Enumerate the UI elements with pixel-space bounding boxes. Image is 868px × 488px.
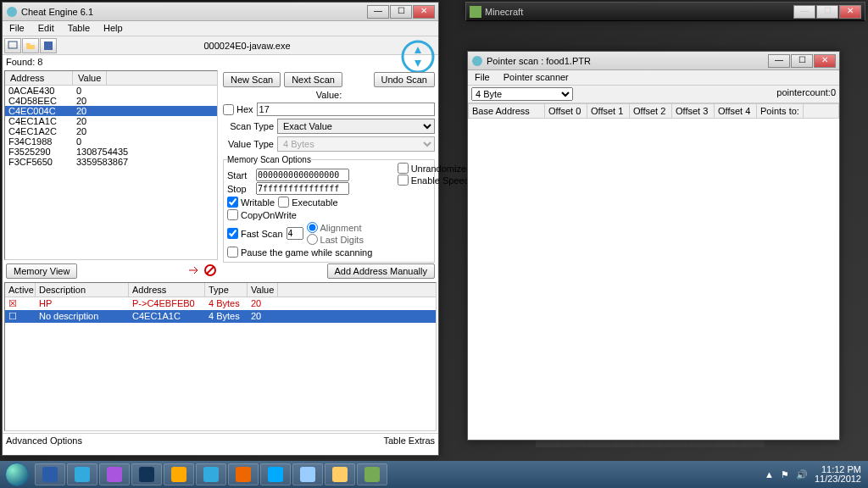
maximize-button[interactable]: ☐ [791,54,813,68]
start-address-input[interactable] [256,169,349,181]
taskbar-app-minecraft[interactable] [357,463,387,485]
svg-rect-18 [364,467,380,482]
minecraft-titlebar[interactable]: Minecraft — ☐ ✕ [466,3,865,21]
found-label: Found: 8 [3,55,438,69]
close-button[interactable]: ✕ [839,5,861,19]
valuetype-label: Value Type [223,139,274,149]
taskbar-app-steam[interactable] [131,463,162,485]
menu-bar: File Edit Table Help [3,21,438,36]
result-row[interactable]: F35252901308754435 [5,147,217,157]
status-bar: Advanced Options Table Extras [3,433,438,447]
unrandomizer-checkbox[interactable] [398,163,409,174]
result-row[interactable]: 0ACAE4300 [5,86,217,96]
scan-pane: New Scan Next Scan Undo Scan Value: Hex … [220,69,438,262]
flag-icon[interactable]: ⚑ [781,469,789,480]
result-row[interactable]: C4EC1A2C20 [5,126,217,136]
value-input[interactable] [257,103,435,116]
cheat-engine-icon [6,6,18,18]
itunes-store-icon [107,467,122,482]
minimize-button[interactable]: — [793,5,815,19]
taskbar-app-unknown[interactable] [164,463,194,485]
ce-titlebar[interactable]: Cheat Engine 6.1 — ☐ ✕ [3,3,438,21]
svg-point-1 [7,7,17,17]
start-button[interactable] [0,461,34,488]
hex-checkbox[interactable] [223,104,234,115]
ptr-bytes-select[interactable]: 4 Byte [471,87,573,101]
taskbar-app-word[interactable] [35,463,65,485]
copyonwrite-checkbox[interactable] [227,209,238,220]
internet-explorer-icon [75,467,90,482]
ptr-menu-file[interactable]: File [468,70,497,85]
menu-edit[interactable]: Edit [31,21,61,36]
found-count: 8 [37,57,42,67]
result-row[interactable]: C4D58EEC20 [5,96,217,106]
svg-rect-17 [332,467,348,482]
maximize-button[interactable]: ☐ [390,5,412,19]
computer-icon [7,40,19,52]
open-process-button[interactable] [4,38,21,53]
result-row[interactable]: F3CF56503359583867 [5,157,217,167]
menu-help[interactable]: Help [97,21,130,36]
itunes-icon [300,467,315,482]
taskbar: ▲ ⚑ 🔊 11:12 PM 11/23/2012 [0,461,868,488]
close-button[interactable]: ✕ [814,54,836,68]
add-address-manually-button[interactable]: Add Address Manually [327,263,435,279]
taskbar-app-cheat-engine[interactable] [196,463,226,485]
save-button[interactable] [40,38,57,53]
minimize-button[interactable]: — [367,5,389,19]
ptr-table: Base Address Offset 0 Offset 1 Offset 2 … [468,103,839,119]
arrow-icon[interactable] [187,263,201,277]
fastscan-checkbox[interactable] [227,228,238,239]
next-scan-button[interactable]: Next Scan [284,72,342,87]
stop-address-input[interactable] [256,182,349,195]
lastdigits-radio[interactable] [307,234,318,245]
table-extras[interactable]: Table Extras [383,435,435,446]
minecraft-title: Minecraft [485,7,793,17]
taskbar-app-skype[interactable] [260,463,291,485]
tray-arrow-icon[interactable]: ▲ [765,469,774,480]
ptr-title: Pointer scan : food1.PTR [487,56,767,66]
pause-game-checkbox[interactable] [227,247,238,258]
advanced-options[interactable]: Advanced Options [6,435,82,446]
writable-checkbox[interactable] [227,197,238,208]
valuetype-select[interactable]: 4 Bytes [277,136,435,152]
new-scan-button[interactable]: New Scan [223,72,281,87]
results-pane: Address Value 0ACAE4300C4D58EEC20C4EC004… [4,70,218,260]
taskbar-app-explorer[interactable] [325,463,355,485]
minimize-button[interactable]: — [768,54,790,68]
speedhack-checkbox[interactable] [398,175,409,186]
memory-view-button[interactable]: Memory View [6,263,77,279]
close-button[interactable]: ✕ [413,5,435,19]
menu-table[interactable]: Table [61,21,97,36]
result-row[interactable]: C4EC1A1C20 [5,116,217,126]
folder-icon [25,40,36,52]
col-value[interactable]: Value [73,71,107,85]
stop-icon[interactable] [203,263,217,277]
executable-checkbox[interactable] [278,197,289,208]
col-address[interactable]: Address [5,71,73,85]
minecraft-icon [364,467,380,482]
volume-icon[interactable]: 🔊 [796,469,808,480]
result-row[interactable]: F34C19880 [5,136,217,147]
clock[interactable]: 11:12 PM 11/23/2012 [815,465,861,484]
minecraft-icon [470,6,481,18]
taskbar-app-itunes-store[interactable] [99,463,130,485]
open-button[interactable] [22,38,39,53]
scantype-select[interactable]: Exact Value [277,119,435,134]
taskbar-app-itunes[interactable] [292,463,323,485]
ptr-menu-scanner[interactable]: Pointer scanner [497,70,576,85]
alignment-radio[interactable] [307,222,318,233]
explorer-icon [332,467,348,482]
menu-file[interactable]: File [3,21,31,36]
svg-rect-14 [236,467,251,482]
undo-scan-button[interactable]: Undo Scan [374,72,435,87]
cheat-engine-icon [203,467,219,482]
taskbar-app-internet-explorer[interactable] [67,463,97,485]
maximize-button[interactable]: ☐ [816,5,838,19]
ptr-titlebar[interactable]: Pointer scan : food1.PTR — ☐ ✕ [468,52,839,70]
table-row[interactable]: ☒HPP->C4EBFEB04 Bytes20 [5,297,436,310]
table-row[interactable]: ☐No descriptionC4EC1A1C4 Bytes20 [5,310,436,323]
result-row[interactable]: C4EC004C20 [5,106,217,116]
taskbar-app-firefox[interactable] [228,463,259,485]
fastscan-value[interactable] [287,227,303,240]
